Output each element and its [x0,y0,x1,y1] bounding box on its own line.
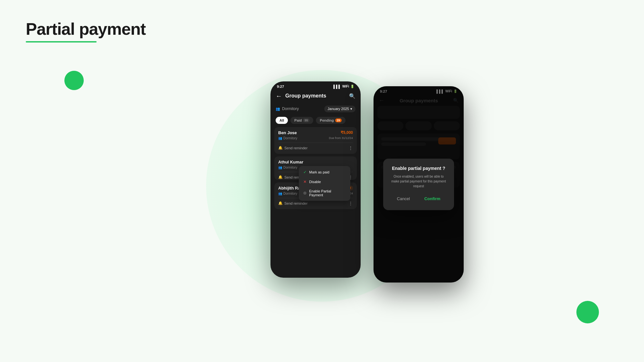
check-icon: ✓ [303,170,307,174]
card-athul-top: Athul Kumar [278,160,353,164]
card-athul-name: Athul Kumar [278,160,303,164]
more-options-ben[interactable]: ⋮ [348,145,353,151]
month-label: January 2025 [327,107,349,111]
search-button[interactable]: 🔍 [349,93,355,99]
card-ben-sub: 👥 Dormitory Due from 31/12/24 [278,136,353,140]
x-icon: ✕ [303,180,307,184]
location-icon-abhijith: 👥 [278,192,282,195]
location-icon-ben: 👥 [278,136,282,140]
dialog-title: Enable partial payment ? [390,166,448,171]
card-ben-amount: ₹5,000 [341,130,353,135]
mark-paid-label: Mark as paid [309,170,329,174]
month-selector[interactable]: January 2025 ▾ [324,106,355,112]
dialog-overlay: Enable partial payment ? Once enabled, u… [374,86,464,283]
location-icon-athul: 👥 [278,166,282,169]
signal-icon-1: ▌▌▌ [334,85,341,88]
tab-all-label: All [279,118,284,122]
bell-icon-athul: 🔔 [278,175,283,179]
context-disable[interactable]: ✕ Disable [299,177,350,187]
bell-icon-ben: 🔔 [278,146,283,150]
title-underline [26,41,97,42]
card-ben-actions: 🔔 Send reminder ⋮ [278,143,353,151]
dormitory-icon: 👥 [276,107,280,111]
payment-card-athul: Athul Kumar 👥 Dormitory 🔔 Send reminder … [274,156,357,180]
partial-payment-dialog: Enable partial payment ? Once enabled, u… [383,159,454,210]
dialog-cancel-button[interactable]: Cancel [392,194,415,203]
card-ben-name: Ben Jose [278,130,297,135]
card-abhijith-name: Abhijith Raj [278,186,301,190]
more-options-abhijith[interactable]: ⋮ [348,201,353,206]
phone-header-left: ← Group payments [276,92,326,100]
card-ben-due: Due from 31/12/24 [329,136,353,140]
enable-partial-label: Enable Partial Payment [309,189,346,197]
dialog-buttons: Cancel Confirm [390,194,448,203]
phone-1: 9:27 ▌▌▌ WiFi 🔋 ← Group payments 🔍 👥 Dor… [270,81,361,278]
disable-label: Disable [309,180,321,184]
decorative-circle-left [64,71,84,90]
card-ben-location: 👥 Dormitory [278,136,297,140]
pending-badge: 29 [335,118,342,122]
payment-card-ben: Ben Jose ₹5,000 👥 Dormitory Due from 31/… [274,127,357,154]
tab-all[interactable]: All [276,117,288,124]
card-ben-top: Ben Jose ₹5,000 [278,130,353,135]
dormitory-row: 👥 Dormitory January 2025 ▾ [270,103,361,115]
phone1-header-title: Group payments [285,93,326,99]
tab-paid[interactable]: Paid 55 [290,117,313,124]
phone-2: 9:27 ▌▌▌ WiFi 🔋 ← Group payments 🔍 [374,86,464,283]
dormitory-label: Dormitory [282,107,299,111]
tabs-row: All Paid 55 Pending 29 [270,115,361,127]
context-menu: ✓ Mark as paid ✕ Disable ◎ Enable Partia… [299,166,350,201]
card-athul-location: 👥 Dormitory [278,166,297,169]
context-enable-partial[interactable]: ◎ Enable Partial Payment [299,187,350,200]
battery-icon-1: 🔋 [350,85,354,88]
card-abhijith-location: 👥 Dormitory [278,192,297,195]
bell-icon-abhijith: 🔔 [278,201,283,205]
phones-wrapper: 9:27 ▌▌▌ WiFi 🔋 ← Group payments 🔍 👥 Dor… [109,16,625,343]
back-button[interactable]: ← [276,92,282,100]
context-mark-paid[interactable]: ✓ Mark as paid [299,167,350,177]
dialog-description: Once enabled, users will be able to make… [390,174,448,189]
status-bar-1: 9:27 ▌▌▌ WiFi 🔋 [270,81,361,90]
tab-paid-label: Paid [294,118,302,122]
partial-icon: ◎ [303,191,307,195]
dialog-confirm-button[interactable]: Confirm [419,194,446,203]
wifi-icon-1: WiFi [342,85,349,88]
chevron-down-icon: ▾ [350,107,352,111]
send-reminder-abhijith[interactable]: 🔔 Send reminder [278,201,308,205]
dormitory-label-section: 👥 Dormitory [276,107,299,111]
status-time-1: 9:27 [277,85,284,88]
send-reminder-ben[interactable]: 🔔 Send reminder [278,146,308,150]
status-icons-1: ▌▌▌ WiFi 🔋 [334,85,354,88]
tab-pending[interactable]: Pending 29 [316,117,345,124]
tab-pending-label: Pending [320,118,334,122]
phone-header-1: ← Group payments 🔍 [270,90,361,103]
paid-badge: 55 [303,118,309,122]
